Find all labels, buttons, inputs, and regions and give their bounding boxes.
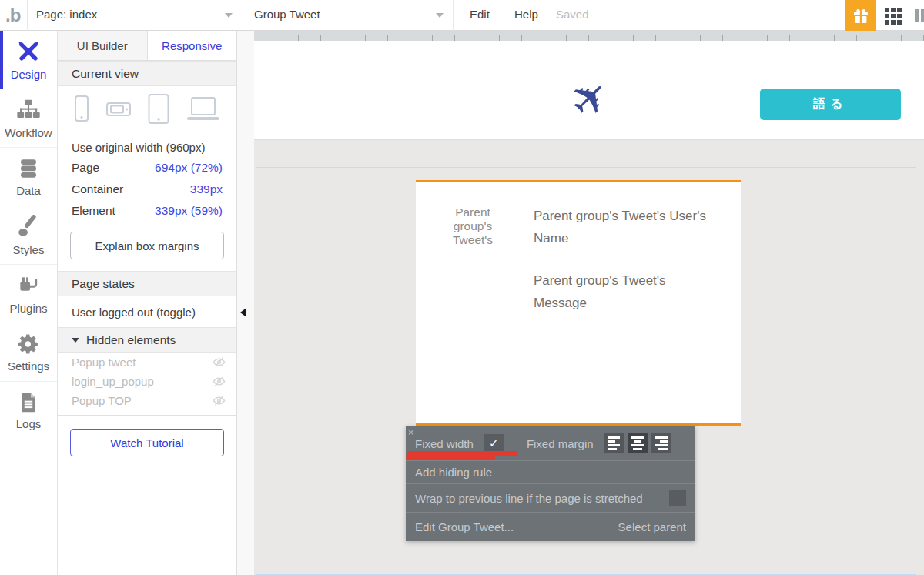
chevron-down-icon — [436, 13, 444, 18]
bubble-editor: .b Page: index Group Tweet Edit Help Sav… — [0, 0, 924, 575]
fixed-margin-options — [604, 433, 671, 453]
hidden-item-label: login_up_popup — [72, 375, 154, 388]
page-state-user-logged-out[interactable]: User logged out (toggle) — [58, 296, 236, 327]
wrap-checkbox[interactable] — [669, 490, 686, 506]
element-selector-label: Group Tweet — [254, 8, 320, 21]
canvas: ✈ 語る Parent group's Tweet's Parent group… — [254, 31, 924, 575]
bubble-logo: .b — [5, 5, 20, 26]
metric-value: 339px — [190, 182, 223, 196]
design-icon — [16, 39, 41, 64]
data-icon — [17, 157, 40, 180]
workflow-icon — [16, 98, 41, 122]
hidden-item-login-up-popup[interactable]: login_up_popup — [58, 372, 236, 391]
canvas-ruler — [254, 31, 924, 41]
logs-icon — [18, 392, 39, 413]
page-states-title: Page states — [72, 277, 135, 291]
page-header-group[interactable]: ✈ 語る — [254, 41, 924, 140]
hidden-item-popup-tweet[interactable]: Popup tweet — [58, 353, 236, 372]
divider — [453, 0, 454, 31]
hidden-elements-title: Hidden elements — [86, 333, 176, 347]
clipped-toolbar-icon — [915, 9, 924, 22]
watch-tutorial-button[interactable]: Watch Tutorial — [70, 429, 224, 456]
page-states-header: Page states — [58, 271, 236, 296]
metric-label: Page — [72, 161, 99, 175]
menu-edit[interactable]: Edit — [470, 8, 490, 21]
fixed-margin-label: Fixed margin — [527, 437, 594, 450]
align-right-icon[interactable] — [651, 433, 671, 453]
select-parent-link[interactable]: Select parent — [618, 520, 686, 533]
nav-data[interactable]: Data — [0, 148, 57, 206]
collapse-triangle-icon — [72, 338, 79, 343]
nav-label: Data — [16, 184, 41, 197]
phone-portrait-icon[interactable] — [73, 95, 90, 124]
panel-tabs: UI Builder Responsive — [58, 31, 236, 61]
tab-responsive[interactable]: Responsive — [148, 31, 237, 60]
left-nav-rail: Design Workflow — [0, 31, 58, 575]
plugins-icon — [16, 273, 41, 298]
edit-group-tweet-link[interactable]: Edit Group Tweet... — [415, 520, 514, 533]
tweet-message-text[interactable]: Parent group's Tweet's Message — [534, 270, 711, 315]
responsive-context-menu: × Fixed width ✓ Fixed margin — [406, 426, 695, 541]
phone-landscape-icon[interactable] — [105, 101, 132, 118]
current-view-header: Current view — [58, 61, 236, 86]
tweet-user-name-text[interactable]: Parent group's Tweet's User's Name — [534, 206, 711, 250]
saved-status: Saved — [556, 8, 589, 21]
nav-label: Settings — [8, 359, 49, 373]
group-tweet-card[interactable]: Parent group's Tweet's Parent group's Tw… — [416, 180, 741, 426]
original-width-label[interactable]: Use original width (960px) — [58, 132, 236, 157]
hidden-elements-header[interactable]: Hidden elements — [58, 327, 236, 353]
metric-page: Page 694px (72%) — [58, 157, 236, 179]
gift-icon — [852, 6, 870, 25]
metric-label: Container — [72, 182, 123, 196]
speak-button[interactable]: 語る — [760, 89, 901, 120]
context-row-add-hiding-rule[interactable]: Add hiding rule — [406, 460, 695, 483]
metric-label: Element — [72, 204, 116, 218]
hidden-item-label: Popup TOP — [72, 394, 132, 407]
fixed-width-checkbox[interactable]: ✓ — [484, 434, 504, 453]
gift-button[interactable] — [845, 0, 876, 31]
align-left-icon[interactable] — [604, 433, 624, 453]
nav-label: Logs — [16, 417, 42, 430]
align-center-icon[interactable] — [628, 433, 648, 453]
metric-container: Container 339px — [58, 179, 236, 200]
nav-styles[interactable]: Styles — [0, 206, 57, 265]
apps-grid-icon[interactable] — [885, 8, 902, 25]
nav-label: Design — [11, 68, 47, 81]
metric-element: Element 339px (59%) — [58, 200, 236, 222]
explain-box-margins-button[interactable]: Explain box margins — [70, 232, 224, 259]
fixed-width-label: Fixed width — [415, 437, 474, 450]
airplane-icon[interactable]: ✈ — [550, 59, 629, 138]
avatar-placeholder-text: Parent group's Tweet's — [445, 206, 500, 246]
top-bar: .b Page: index Group Tweet Edit Help Sav… — [0, 0, 924, 31]
nav-workflow[interactable]: Workflow — [0, 89, 57, 148]
hidden-item-popup-top[interactable]: Popup TOP — [58, 391, 236, 410]
menu-help[interactable]: Help — [514, 8, 538, 21]
eye-slash-icon[interactable] — [213, 376, 226, 387]
nav-logs[interactable]: Logs — [0, 382, 57, 440]
avatar[interactable]: Parent group's Tweet's — [445, 199, 500, 255]
nav-design[interactable]: Design — [0, 31, 57, 89]
laptop-icon[interactable] — [186, 96, 221, 122]
red-annotation-underline — [406, 456, 495, 460]
metric-value: 339px (59%) — [155, 204, 223, 218]
nav-settings[interactable]: Settings — [0, 323, 57, 382]
close-icon[interactable]: × — [408, 427, 414, 437]
nav-label: Styles — [13, 243, 45, 256]
eye-slash-icon[interactable] — [213, 395, 226, 406]
settings-icon — [17, 333, 40, 356]
page-selector-label: Page: index — [36, 8, 97, 21]
styles-icon — [16, 215, 41, 239]
eye-slash-icon[interactable] — [213, 356, 226, 368]
nav-label: Workflow — [5, 126, 52, 139]
device-selector — [58, 86, 236, 132]
tab-ui-builder[interactable]: UI Builder — [58, 31, 148, 60]
nav-plugins[interactable]: Plugins — [0, 265, 57, 323]
panel-collapse-icon[interactable] — [240, 308, 246, 317]
divider — [239, 0, 239, 31]
hidden-elements-list: Popup tweet login_up_popup Popup TOP — [58, 353, 236, 416]
panel-gutter — [237, 31, 254, 575]
tablet-icon[interactable] — [147, 93, 170, 125]
context-row-wrap: Wrap to previous line if the page is str… — [406, 483, 695, 512]
wrap-label: Wrap to previous line if the page is str… — [415, 492, 643, 505]
chevron-down-icon — [225, 13, 233, 18]
